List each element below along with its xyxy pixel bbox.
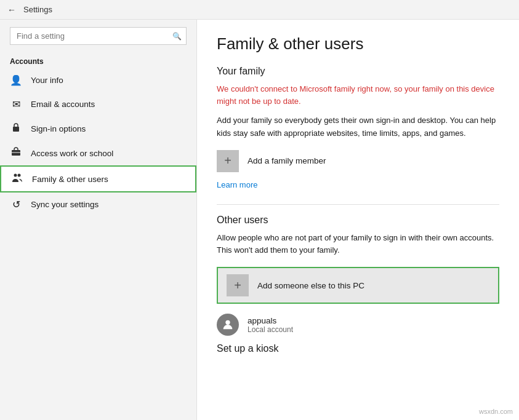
content-area: Family & other users Your family We coul…: [197, 20, 519, 420]
page-title: Family & other users: [217, 34, 499, 53]
add-family-plus-button[interactable]: +: [217, 150, 239, 172]
svg-rect-0: [13, 127, 19, 132]
accounts-section-label: Accounts: [0, 52, 196, 68]
your-info-icon: 👤: [10, 74, 22, 86]
add-someone-row[interactable]: + Add someone else to this PC: [217, 267, 499, 304]
sidebar-item-label: Sync your settings: [31, 200, 99, 209]
kiosk-title: Set up a kiosk: [217, 343, 499, 354]
main-layout: 🔍 Accounts 👤 Your info ✉ Email & account…: [0, 20, 519, 420]
add-family-label: Add a family member: [247, 156, 326, 165]
search-icon: 🔍: [172, 32, 182, 41]
svg-point-5: [225, 320, 230, 325]
sidebar-item-access-work-school[interactable]: Access work or school: [0, 141, 196, 165]
your-family-title: Your family: [217, 66, 499, 77]
svg-point-4: [18, 174, 21, 177]
user-info: appuals Local account: [247, 316, 293, 334]
sync-icon: ↺: [10, 199, 22, 210]
svg-point-3: [14, 174, 17, 177]
sidebar-item-label: Sign-in options: [31, 124, 86, 133]
lock-icon: [10, 122, 22, 135]
title-bar-title: Settings: [23, 5, 52, 14]
sidebar-item-label: Access work or school: [31, 149, 113, 158]
title-bar: ← Settings: [0, 0, 519, 20]
person-icon: [221, 318, 235, 331]
avatar: [217, 314, 239, 336]
back-button[interactable]: ←: [7, 5, 16, 15]
sidebar-item-sync-settings[interactable]: ↺ Sync your settings: [0, 192, 196, 216]
other-users-desc: Allow people who are not part of your fa…: [217, 232, 499, 258]
user-row-appuals: appuals Local account: [217, 314, 499, 336]
sidebar-item-your-info[interactable]: 👤 Your info: [0, 68, 196, 92]
family-icon: [11, 173, 23, 185]
user-sub-label: Local account: [247, 325, 293, 334]
sidebar: 🔍 Accounts 👤 Your info ✉ Email & account…: [0, 20, 197, 420]
sidebar-item-sign-in-options[interactable]: Sign-in options: [0, 116, 196, 141]
sidebar-item-family-other-users[interactable]: Family & other users: [0, 165, 196, 192]
sidebar-item-label: Email & accounts: [31, 100, 95, 109]
add-family-row[interactable]: + Add a family member: [217, 150, 499, 172]
add-someone-label: Add someone else to this PC: [257, 281, 364, 290]
other-users-title: Other users: [217, 215, 499, 226]
divider: [217, 204, 499, 205]
sidebar-item-label: Your info: [31, 76, 63, 85]
sidebar-item-label: Family & other users: [32, 175, 108, 184]
search-container: 🔍: [10, 27, 187, 45]
add-someone-plus-button[interactable]: +: [227, 274, 249, 296]
email-icon: ✉: [10, 98, 22, 110]
sidebar-item-email-accounts[interactable]: ✉ Email & accounts: [0, 92, 196, 116]
briefcase-icon: [10, 147, 22, 159]
search-input[interactable]: [10, 27, 187, 45]
user-name: appuals: [247, 316, 293, 325]
family-info-text: Add your family so everybody gets their …: [217, 114, 499, 140]
learn-more-link[interactable]: Learn more: [217, 180, 257, 189]
error-message: We couldn't connect to Microsoft family …: [217, 83, 499, 107]
